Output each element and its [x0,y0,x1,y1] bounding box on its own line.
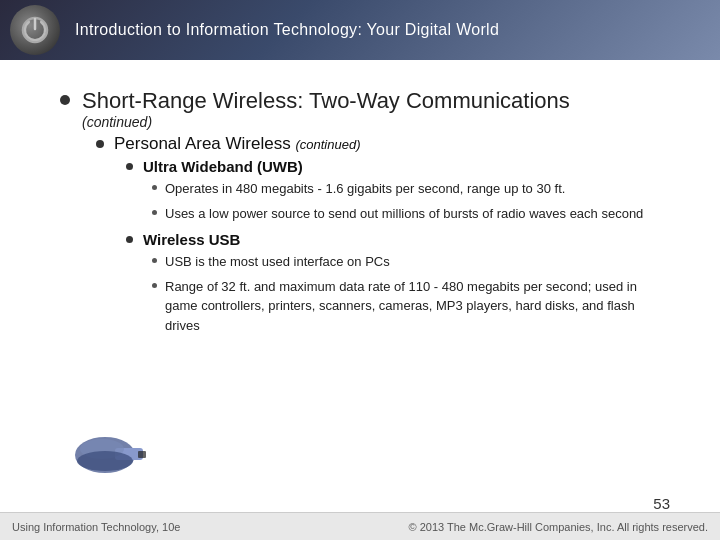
wireless-usb-item: Wireless USB [126,231,670,248]
main-content: Short-Range Wireless: Two-Way Communicat… [0,60,720,350]
uwb-item: Ultra Wideband (UWB) [126,158,670,175]
uwb-bullet-2-text: Uses a low power source to send out mill… [165,204,643,224]
wireless-bullet-2-dot [152,283,157,288]
main-bullet-dot [60,95,70,105]
uwb-bullet-2-dot [152,210,157,215]
usb-svg [60,415,150,485]
level1-text: Personal Area Wireless (continued) [114,134,360,154]
uwb-dot [126,163,133,170]
level1-section: Personal Area Wireless (continued) Ultra… [96,134,670,335]
logo [10,5,60,55]
main-title: Short-Range Wireless: Two-Way Communicat… [82,88,570,113]
main-bullet-text: Short-Range Wireless: Two-Way Communicat… [82,88,570,130]
wireless-bullet-1-text: USB is the most used interface on PCs [165,252,390,272]
svg-point-5 [77,451,133,471]
wireless-bullet-2-text: Range of 32 ft. and maximum data rate of… [165,277,670,336]
sub1-label: Personal Area Wireless [114,134,291,153]
level1-item: Personal Area Wireless (continued) [96,134,670,154]
sub1-continued: (continued) [295,137,360,152]
wireless-bullet-1: USB is the most used interface on PCs [152,252,670,272]
uwb-bullet-2: Uses a low power source to send out mill… [152,204,670,224]
uwb-bullet-1-text: Operates in 480 megabits - 1.6 gigabits … [165,179,565,199]
main-continued: (continued) [82,114,152,130]
wireless-bullet-1-dot [152,258,157,263]
uwb-title: Ultra Wideband (UWB) [143,158,303,175]
usb-illustration [60,415,150,485]
wireless-usb-title: Wireless USB [143,231,240,248]
level2-section: Ultra Wideband (UWB) Operates in 480 meg… [126,158,670,335]
wireless-dot [126,236,133,243]
uwb-bullet-1: Operates in 480 megabits - 1.6 gigabits … [152,179,670,199]
wireless-bullets: USB is the most used interface on PCs Ra… [152,252,670,335]
power-icon [20,15,50,45]
footer: Using Information Technology, 10e © 2013… [0,512,720,540]
page-number: 53 [653,495,670,512]
footer-left-text: Using Information Technology, 10e [12,521,180,533]
main-bullet-item: Short-Range Wireless: Two-Way Communicat… [60,88,670,130]
svg-rect-6 [138,451,146,458]
header-title: Introduction to Information Technology: … [75,21,499,39]
level1-dot [96,140,104,148]
footer-right-text: © 2013 The Mc.Graw-Hill Companies, Inc. … [408,521,708,533]
uwb-bullets: Operates in 480 megabits - 1.6 gigabits … [152,179,670,223]
wireless-bullet-2: Range of 32 ft. and maximum data rate of… [152,277,670,336]
uwb-bullet-1-dot [152,185,157,190]
header: Introduction to Information Technology: … [0,0,720,60]
